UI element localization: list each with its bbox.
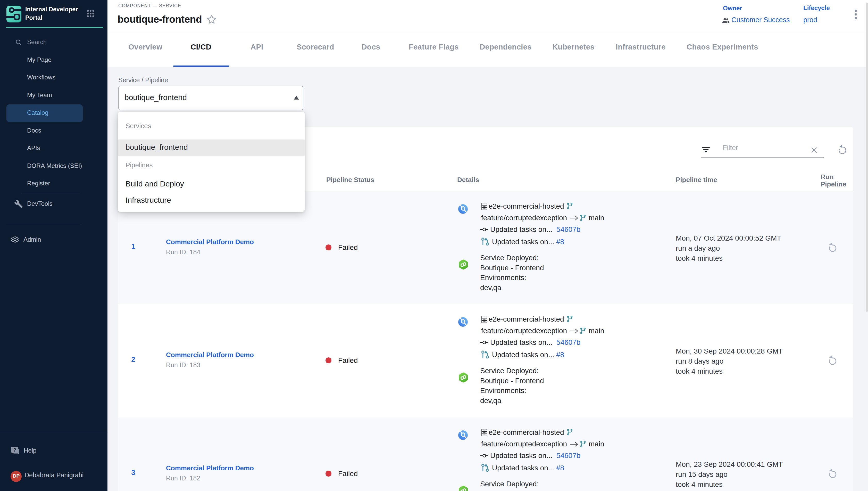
svg-text:?: ?: [13, 447, 16, 453]
